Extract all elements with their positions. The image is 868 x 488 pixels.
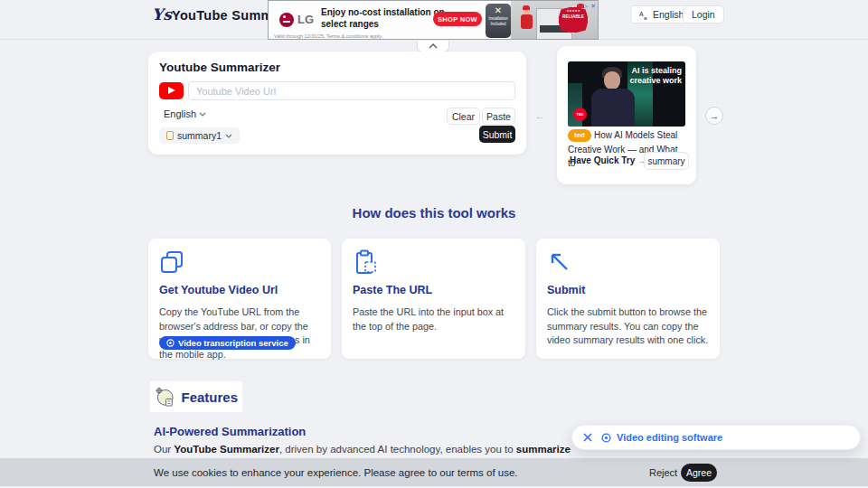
tooltip-label: Video editing software <box>617 432 722 443</box>
summary-example-button[interactable]: summary <box>644 152 689 170</box>
video-url-input[interactable] <box>188 81 515 100</box>
login-label: Login <box>692 9 715 20</box>
example-video-card: AI is stealing creative work TED tedHow … <box>557 46 696 184</box>
paste-button[interactable]: Paste <box>482 108 515 125</box>
carousel-next-button[interactable]: → <box>705 107 723 125</box>
ad-badge-label: Installation Included <box>486 16 511 27</box>
tools-icon: ✕ <box>486 5 511 16</box>
login-button[interactable]: Login <box>683 5 724 23</box>
feature-subtitle: AI-Powered Summarization <box>154 425 306 438</box>
chevron-down-icon <box>225 134 232 138</box>
how-card-text: Copy the YouTube URL from the browser's … <box>159 305 320 362</box>
reject-cookies-button[interactable]: Reject <box>649 467 677 478</box>
chevron-down-icon <box>199 112 206 117</box>
ad-fine-print: Valid through 12/31/25. Terms & conditio… <box>274 33 382 39</box>
video-thumbnail[interactable]: AI is stealing creative work TED <box>568 61 685 127</box>
how-card-text: Paste the URL into the input box at the … <box>353 305 514 333</box>
video-editing-tooltip[interactable]: Video editing software <box>571 425 861 450</box>
features-header: Features <box>150 381 242 412</box>
features-title: Features <box>181 389 238 405</box>
summarizer-title: Youtube Summarizer <box>159 61 280 74</box>
arrow-right-icon: → <box>710 110 720 121</box>
youtube-icon <box>159 82 184 99</box>
ad-brand: LG <box>297 13 314 26</box>
translate-icon: A a <box>639 10 649 20</box>
how-card-get-url: Get Youtube Video Url Copy the YouTube U… <box>148 239 331 359</box>
ad-worker-figure <box>520 5 533 29</box>
cookie-banner: We use cookies to enhance your experienc… <box>0 458 868 486</box>
how-card-title: Submit <box>547 284 709 296</box>
ted-badge: ted <box>568 129 591 142</box>
agree-cookies-button[interactable]: Agree <box>681 464 717 482</box>
close-icon[interactable] <box>583 433 592 442</box>
lg-logo-icon <box>279 13 294 27</box>
ad-close-icon[interactable]: ✕ <box>590 3 596 10</box>
how-card-text: Click the submit button to browse the su… <box>547 305 709 348</box>
language-select[interactable]: English <box>164 108 206 119</box>
language-label: English <box>653 9 684 20</box>
summary-type-select[interactable]: summary1 <box>159 127 240 144</box>
clear-button[interactable]: Clear <box>447 108 480 125</box>
paste-icon <box>353 249 378 275</box>
how-card-title: Get Youtube Video Url <box>159 284 320 296</box>
chevron-up-icon <box>429 43 438 49</box>
thumbnail-caption: AI is stealing creative work <box>617 66 682 87</box>
target-icon <box>601 433 611 443</box>
summarizer-card: Youtube Summarizer English Clear Paste s… <box>148 52 526 155</box>
adchoices-icon[interactable]: ▷ <box>583 3 588 10</box>
cookie-message: We use cookies to enhance your experienc… <box>154 467 518 478</box>
ad-headline: Enjoy no-cost installation on select ran… <box>321 6 448 30</box>
arrow-left-icon: ← <box>535 110 545 121</box>
how-card-title: Paste The URL <box>353 284 514 296</box>
target-icon <box>166 339 175 347</box>
ad-banner[interactable]: LG Enjoy no-cost installation on select … <box>268 0 599 40</box>
svg-text:a: a <box>644 15 647 20</box>
submit-button[interactable]: Submit <box>479 126 515 143</box>
ad-photo: ★★★★★ RELIABLE ▷ ✕ <box>511 1 599 40</box>
how-it-works-title: How does this tool works <box>0 205 868 221</box>
copy-icon <box>159 249 184 275</box>
feature-body-text: Our YouTube Summarizer, driven by advanc… <box>154 444 571 455</box>
carousel-prev-button[interactable]: ← <box>531 107 549 125</box>
quick-try-button[interactable]: Have Quick Try → <box>570 155 646 165</box>
how-card-paste-url: Paste The URL Paste the URL into the inp… <box>342 239 525 359</box>
ad-reliable-ribbon: ★★★★★ RELIABLE <box>558 6 589 33</box>
document-icon <box>166 131 174 140</box>
features-icon <box>155 384 175 409</box>
transcription-service-badge[interactable]: Video transcription service <box>159 336 296 350</box>
site-logo-icon[interactable]: Ys <box>152 5 172 23</box>
speaker-figure <box>591 89 635 127</box>
ad-installation-badge: ✕ Installation Included <box>486 4 511 38</box>
how-card-submit: Submit Click the submit button to browse… <box>536 239 720 359</box>
ad-shop-now-button[interactable]: SHOP NOW <box>433 12 482 26</box>
cursor-arrow-icon <box>547 249 572 275</box>
ted-logo-icon: TED <box>573 108 587 121</box>
